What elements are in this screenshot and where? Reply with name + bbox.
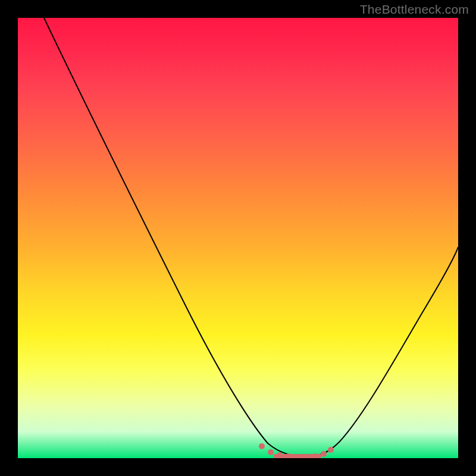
svg-rect-9 [274, 454, 321, 458]
svg-point-8 [328, 447, 334, 453]
svg-point-1 [268, 449, 274, 455]
svg-point-7 [321, 451, 327, 457]
plot-area [18, 18, 458, 458]
watermark-text: TheBottleneck.com [360, 2, 469, 17]
svg-point-0 [259, 443, 265, 449]
chart-svg [18, 18, 458, 458]
curve-path [44, 18, 458, 456]
chart-frame: TheBottleneck.com [0, 0, 476, 476]
